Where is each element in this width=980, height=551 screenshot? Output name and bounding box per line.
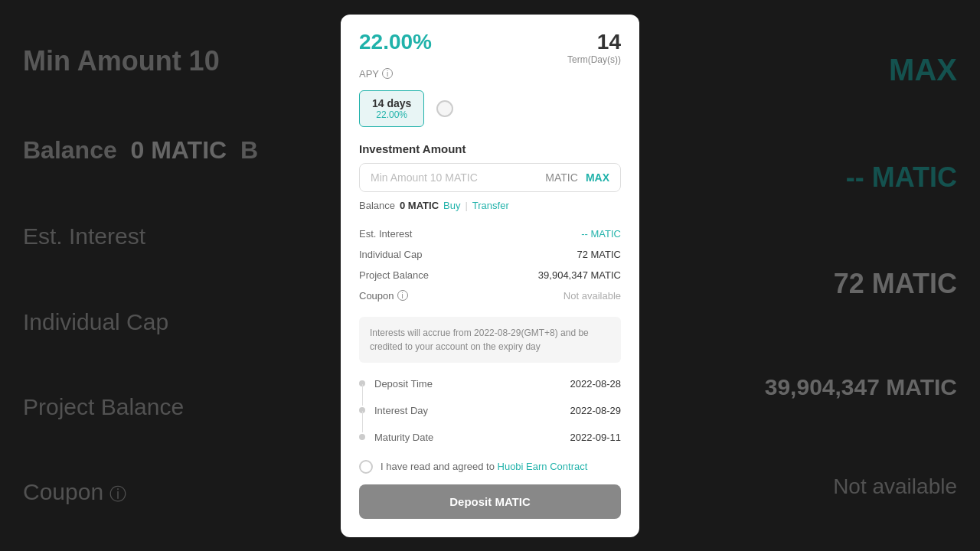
apy-info-icon[interactable]: i [382,68,393,79]
radio-option[interactable] [436,100,453,117]
est-interest-label: Est. Interest [359,228,412,240]
coupon-label: Coupon i [359,290,408,302]
apy-label-row: APY i [359,68,621,80]
term-label: Term(Day(s)) [567,54,621,65]
balance-row: Balance 0 MATIC Buy | Transfer [359,200,621,211]
timeline-interest: Interest Day 2022-08-29 [359,400,621,421]
coupon-info-icon[interactable]: i [397,290,408,301]
apy-value: 22.00% [359,30,432,54]
agreement-row: I have read and agreed to Huobi Earn Con… [359,460,621,474]
maturity-date-value: 2022-09-11 [570,432,622,443]
day-chip-apy: 22.00% [372,109,411,120]
coupon-row: Coupon i Not available [359,285,621,306]
transfer-link[interactable]: Transfer [472,200,509,211]
divider: | [465,200,467,211]
modal-container: 22.00% 14 Term(Day(s)) APY i 14 days 22.… [341,15,639,537]
deposit-time-label: Deposit Time [374,378,570,390]
agreement-link[interactable]: Huobi Earn Contract [498,461,588,472]
project-balance-row: Project Balance 39,904,347 MATIC [359,265,621,285]
notice-text: Interests will accrue from 2022-08-29(GM… [370,328,589,352]
timeline-maturity: Maturity Date 2022-09-11 [359,427,621,448]
investment-section-title: Investment Amount [359,142,621,155]
amount-placeholder: Min Amount 10 MATIC [371,171,545,184]
est-interest-row: Est. Interest -- MATIC [359,223,621,244]
interest-day-value: 2022-08-29 [570,405,622,416]
deposit-time-value: 2022-08-28 [570,378,622,390]
timeline-dot-maturity [359,434,365,440]
info-rows: Est. Interest -- MATIC Individual Cap 72… [359,223,621,306]
individual-cap-row: Individual Cap 72 MATIC [359,244,621,265]
amount-input-container[interactable]: Min Amount 10 MATIC MATIC MAX [359,163,621,192]
coupon-value: Not available [564,290,621,302]
balance-value: 0 MATIC [400,200,439,211]
timeline: Deposit Time 2022-08-28 Interest Day 202… [359,373,621,448]
deposit-button[interactable]: Deposit MATIC [359,484,621,519]
balance-label: Balance [359,200,395,211]
day-chip-14[interactable]: 14 days 22.00% [359,90,424,127]
modal-header: 22.00% 14 Term(Day(s)) [359,30,621,65]
interest-day-label: Interest Day [374,405,570,416]
est-interest-value: -- MATIC [581,228,621,240]
term-number: 14 [567,30,621,54]
modal-overlay: 22.00% 14 Term(Day(s)) APY i 14 days 22.… [0,0,980,551]
agreement-checkbox[interactable] [359,460,373,474]
max-button[interactable]: MAX [586,171,609,184]
agreement-text: I have read and agreed to Huobi Earn Con… [381,461,587,472]
notice-box: Interests will accrue from 2022-08-29(GM… [359,317,621,363]
amount-currency: MATIC [545,171,578,184]
timeline-deposit: Deposit Time 2022-08-28 [359,373,621,394]
apy-label-text: APY [359,68,379,80]
days-selector: 14 days 22.00% [359,90,621,127]
individual-cap-value: 72 MATIC [577,249,621,260]
individual-cap-label: Individual Cap [359,249,422,260]
day-chip-label: 14 days [372,97,411,109]
project-balance-label: Project Balance [359,269,429,281]
project-balance-value: 39,904,347 MATIC [538,269,621,281]
term-container: 14 Term(Day(s)) [567,30,621,65]
buy-link[interactable]: Buy [443,200,460,211]
maturity-date-label: Maturity Date [374,432,570,443]
